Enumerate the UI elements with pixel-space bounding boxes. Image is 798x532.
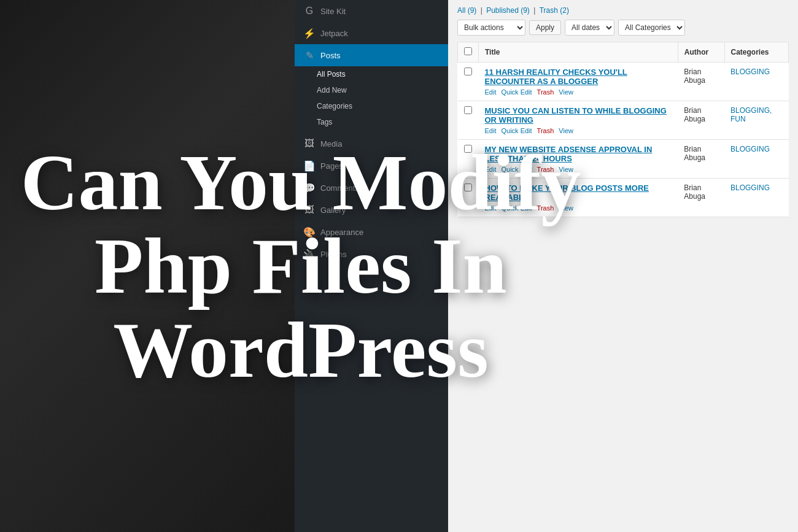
row-checkbox[interactable]	[464, 67, 472, 75]
sidebar-sub-all-posts[interactable]: All Posts	[295, 66, 448, 82]
sidebar-pages-label: Pages	[320, 161, 343, 171]
appearance-icon: 🎨	[303, 226, 316, 238]
post-categories-cell: BLOGGING	[724, 179, 789, 217]
post-edit-link[interactable]: Edit	[485, 166, 497, 173]
post-view-link[interactable]: View	[559, 166, 573, 173]
sidebar-item-appearance[interactable]: 🎨 Appearance	[295, 221, 448, 243]
row-checkbox-cell	[458, 101, 479, 140]
post-title-cell: MUSIC YOU CAN LISTEN TO WHILE BLOGGING O…	[479, 101, 678, 140]
post-author-cell: Brian Abuga	[678, 63, 724, 101]
post-categories-cell: BLOGGING	[724, 63, 789, 101]
sidebar-sub-categories[interactable]: Categories	[295, 98, 448, 114]
post-title-cell: HOW TO MAKE YOUR BLOG POSTS MORE READABL…	[479, 179, 678, 217]
wp-main-content: All (9) | Published (9) | Trash (2) Bulk…	[448, 0, 798, 532]
comments-icon: 💬	[303, 182, 316, 194]
sidebar-media-label: Media	[320, 139, 342, 148]
post-title-link[interactable]: 11 HARSH REALITY CHECKS YOU'LL ENCOUNTER…	[485, 67, 672, 86]
table-row: MUSIC YOU CAN LISTEN TO WHILE BLOGGING O…	[458, 101, 789, 140]
categories-filter-select[interactable]: All Categories	[618, 20, 685, 36]
post-quick-edit-link[interactable]: Quick Edit	[501, 204, 532, 212]
post-actions: Edit Quick Edit Trash View	[485, 204, 672, 212]
plugins-icon: 🔌	[303, 248, 316, 260]
sidebar-comments-label: Comments	[320, 183, 359, 193]
table-row: 11 HARSH REALITY CHECKS YOU'LL ENCOUNTER…	[458, 63, 789, 101]
sidebar-item-posts[interactable]: ✎ Posts	[295, 44, 448, 66]
sidebar-all-posts-label: All Posts	[317, 70, 346, 79]
post-category-link[interactable]: BLOGGING	[730, 145, 770, 153]
post-quick-edit-link[interactable]: Quick Edit	[501, 88, 532, 96]
row-checkbox[interactable]	[464, 106, 472, 114]
post-category-link[interactable]: BLOGGING, FUN	[730, 106, 772, 123]
categories-col-header: Categories	[724, 42, 789, 63]
filter-trash-link[interactable]: Trash (2)	[540, 6, 569, 15]
sidebar-item-pages[interactable]: 📄 Pages	[295, 155, 448, 177]
post-trash-link[interactable]: Trash	[537, 166, 554, 173]
select-all-checkbox[interactable]	[464, 47, 472, 55]
post-title-link[interactable]: MY NEW WEBSITE ADSENSE APPROVAL IN LESS …	[485, 145, 672, 163]
post-title-link[interactable]: MUSIC YOU CAN LISTEN TO WHILE BLOGGING O…	[485, 106, 672, 125]
sidebar-plugins-label: Plugins	[320, 250, 347, 259]
posts-icon: ✎	[303, 49, 316, 61]
filter-separator-1: |	[481, 6, 484, 15]
post-edit-link[interactable]: Edit	[485, 88, 497, 96]
author-col-header: Author	[678, 42, 724, 63]
post-title-cell: MY NEW WEBSITE ADSENSE APPROVAL IN LESS …	[479, 140, 678, 179]
post-category-link[interactable]: BLOGGING	[730, 183, 770, 192]
sidebar-categories-label: Categories	[317, 102, 352, 110]
sidebar-gallery-label: Gallery	[320, 206, 346, 215]
post-quick-edit-link[interactable]: Quick Edit	[501, 127, 532, 134]
media-icon: 🖼	[303, 137, 316, 150]
sidebar-item-gallery[interactable]: 🖼 Gallery	[295, 199, 448, 221]
row-checkbox-cell	[458, 63, 479, 101]
sidebar-jetpack-label: Jetpack	[320, 29, 348, 38]
post-categories-cell: BLOGGING, FUN	[724, 101, 789, 140]
title-col-header: Title	[479, 42, 678, 63]
device-bezel	[0, 0, 295, 532]
checkbox-col-header	[458, 42, 479, 63]
sidebar-item-jetpack[interactable]: ⚡ Jetpack	[295, 22, 448, 44]
post-categories-cell: BLOGGING	[724, 140, 789, 179]
post-category-link[interactable]: BLOGGING	[730, 67, 770, 76]
post-edit-link[interactable]: Edit	[485, 127, 497, 134]
post-quick-edit-link[interactable]: Quick Edit	[501, 166, 532, 173]
post-author: Brian Abuga	[684, 145, 705, 162]
post-title-link[interactable]: HOW TO MAKE YOUR BLOG POSTS MORE READABL…	[485, 183, 672, 202]
post-trash-link[interactable]: Trash	[537, 127, 554, 134]
gallery-icon: 🖼	[303, 204, 316, 216]
dates-filter-select[interactable]: All dates	[565, 20, 614, 36]
post-author-cell: Brian Abuga	[678, 179, 724, 217]
posts-table: Title Author Categories 11 HARSH REALITY…	[457, 42, 789, 217]
sidebar-item-media[interactable]: 🖼 Media	[295, 133, 448, 155]
post-actions: Edit Quick Edit Trash View	[485, 88, 672, 96]
wp-sidebar: G Site Kit ⚡ Jetpack ✎ Posts All Posts A…	[295, 0, 448, 532]
post-author: Brian Abuga	[684, 183, 705, 201]
apply-button[interactable]: Apply	[529, 20, 561, 35]
post-author: Brian Abuga	[684, 67, 705, 85]
post-edit-link[interactable]: Edit	[485, 204, 497, 212]
table-row: HOW TO MAKE YOUR BLOG POSTS MORE READABL…	[458, 179, 789, 217]
sidebar-appearance-label: Appearance	[320, 228, 363, 237]
sidebar-sub-add-new[interactable]: Add New	[295, 82, 448, 98]
post-trash-link[interactable]: Trash	[537, 88, 554, 96]
filter-all-link[interactable]: All (9)	[457, 6, 476, 15]
bulk-actions-select[interactable]: Bulk actions Edit Move to Trash	[457, 20, 525, 36]
row-checkbox-cell	[458, 179, 479, 217]
filter-published-link[interactable]: Published (9)	[486, 6, 530, 15]
sidebar-item-sitekit[interactable]: G Site Kit	[295, 0, 448, 22]
post-view-link[interactable]: View	[559, 127, 573, 134]
post-trash-link[interactable]: Trash	[537, 204, 554, 212]
sidebar-sub-tags[interactable]: Tags	[295, 114, 448, 130]
filter-links-bar: All (9) | Published (9) | Trash (2)	[457, 6, 789, 15]
sidebar-item-comments[interactable]: 💬 Comments	[295, 177, 448, 199]
sidebar-add-new-label: Add New	[317, 86, 347, 94]
post-view-link[interactable]: View	[559, 204, 573, 212]
filter-action-bar: Bulk actions Edit Move to Trash Apply Al…	[457, 20, 789, 36]
sidebar-posts-label: Posts	[320, 51, 341, 60]
pages-icon: 📄	[303, 160, 316, 172]
filter-separator-2: |	[533, 6, 537, 15]
row-checkbox[interactable]	[464, 183, 472, 191]
sidebar-item-plugins[interactable]: 🔌 Plugins	[295, 243, 448, 265]
post-author-cell: Brian Abuga	[678, 140, 724, 179]
post-view-link[interactable]: View	[559, 88, 573, 96]
row-checkbox[interactable]	[464, 145, 472, 153]
